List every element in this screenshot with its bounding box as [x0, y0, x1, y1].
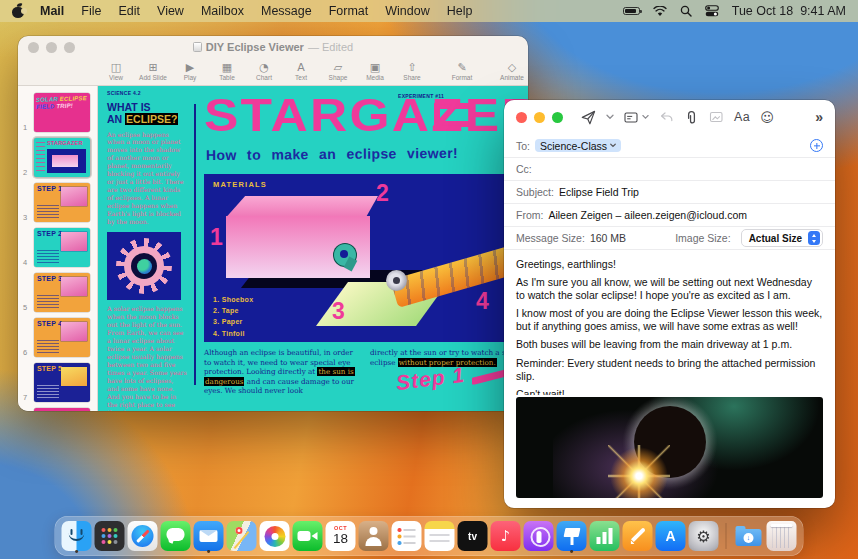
slide-thumbnail-5[interactable]: STEP 3:	[34, 273, 90, 312]
dock-appstore-icon[interactable]: A	[656, 521, 686, 551]
apple-menu-icon[interactable]	[12, 4, 24, 18]
keynote-toolbar-format-button[interactable]: ✎Format	[450, 62, 474, 81]
dock-reminders-item	[392, 518, 422, 554]
minimize-button[interactable]	[534, 112, 545, 123]
dock-appletv-icon[interactable]: tv	[458, 521, 488, 551]
slide-thumbnail-4[interactable]: STEP 2:	[34, 228, 90, 267]
menu-item-edit[interactable]: Edit	[118, 4, 140, 18]
from-field[interactable]: From: Aileen Zeigen – aileen.zeigen@iclo…	[504, 203, 835, 226]
keynote-add-slide-icon: ⊞	[148, 62, 157, 73]
image-size-label: Image Size:	[675, 232, 730, 244]
zoom-button[interactable]	[552, 112, 563, 123]
dock-trash-icon[interactable]	[767, 521, 797, 551]
eclipse-photo-attachment[interactable]	[516, 397, 823, 498]
download-arrow-icon: ↓	[744, 533, 754, 543]
dock-launchpad-icon[interactable]	[95, 521, 125, 551]
dock-settings-icon[interactable]: ⚙	[689, 521, 719, 551]
dock-numbers-icon[interactable]	[590, 521, 620, 551]
menu-bar-clock[interactable]: Tue Oct 18 9:41 AM	[732, 4, 846, 18]
menu-item-mail[interactable]: Mail	[40, 4, 64, 18]
sun-illustration-box	[107, 232, 181, 300]
step-1-annotation: Step 1	[395, 363, 466, 395]
cc-field[interactable]: Cc:	[504, 157, 835, 180]
appstore-glyph: A	[665, 528, 675, 544]
dock-contacts-icon[interactable]	[359, 521, 389, 551]
slide-thumbnail-7[interactable]: STEP 5:	[34, 363, 90, 402]
keynote-toolbar-animate-button[interactable]: ◇Animate	[500, 62, 524, 81]
keynote-toolbar-play-button[interactable]: ▶Play	[178, 62, 202, 81]
dock-downloads-icon[interactable]: ↓	[734, 521, 764, 551]
slide-subtitle: How to make an eclipse viewer!	[206, 145, 458, 163]
spotlight-search-icon[interactable]	[680, 5, 692, 17]
slide-number: 4	[23, 258, 27, 267]
image-size-dropdown[interactable]: Actual Size	[741, 229, 823, 247]
subject-field[interactable]: Subject: Eclipse Field Trip	[504, 180, 835, 203]
keynote-toolbar-shape-button[interactable]: ▱Shape	[326, 62, 350, 81]
slide-thumbnail-8[interactable]: DID YOU KNOW...	[34, 408, 90, 411]
thumb-text-lines	[37, 385, 59, 398]
keynote-toolbar-text-button[interactable]: AText	[289, 62, 313, 81]
slide-thumbnail-6[interactable]: STEP 4:	[34, 318, 90, 357]
thumb-text-lines	[37, 295, 59, 308]
slide-thumbnail-1[interactable]: SOLAR ECLIPSE FIELD TRIP!	[34, 93, 90, 132]
menu-item-help[interactable]: Help	[447, 4, 473, 18]
recipient-token[interactable]: Science-Class	[535, 139, 621, 152]
dock-messages-icon[interactable]	[161, 521, 191, 551]
to-field[interactable]: To: Science-Class	[504, 134, 835, 157]
dock-calendar-item: OCT18	[326, 518, 356, 554]
dock-keynote-icon[interactable]	[557, 521, 587, 551]
attach-button[interactable]	[684, 110, 699, 125]
header-fields-button[interactable]	[624, 111, 649, 124]
send-options-chevron-icon[interactable]	[606, 114, 614, 120]
mail-toolbar-overflow-icon[interactable]: »	[815, 109, 823, 125]
materials-box: MATERIALS 1 2 3 4 1. Shoebox2. Tape3. Pa…	[204, 174, 520, 342]
dock-maps-icon[interactable]	[227, 521, 257, 551]
dock-pages-icon[interactable]	[623, 521, 653, 551]
send-button[interactable]	[581, 110, 596, 125]
emoji-button[interactable]: ☺	[760, 110, 774, 125]
keynote-toolbar-share-button[interactable]: ⇧Share	[400, 62, 424, 81]
keynote-toolbar-chart-button[interactable]: ◔Chart	[252, 62, 276, 81]
keynote-toolbar-add-slide-button[interactable]: ⊞Add Slide	[141, 62, 165, 81]
dock-notes-icon[interactable]	[425, 521, 455, 551]
control-center-icon[interactable]	[705, 5, 719, 17]
close-button[interactable]	[516, 112, 527, 123]
thumbnail-title-text: SOLAR ECLIPSE FIELD TRIP!	[34, 93, 90, 114]
dock-facetime-icon[interactable]	[293, 521, 323, 551]
format-button[interactable]: Aa	[734, 110, 750, 124]
menu-bar-date: Tue Oct 18	[732, 4, 793, 18]
keynote-toolbar-table-button[interactable]: ▦Table	[215, 62, 239, 81]
dock-reminders-icon[interactable]	[392, 521, 422, 551]
menu-item-file[interactable]: File	[81, 4, 101, 18]
keynote-format-icon: ✎	[457, 62, 466, 73]
menu-item-format[interactable]: Format	[329, 4, 369, 18]
dock-photos-icon[interactable]	[260, 521, 290, 551]
dock-music-icon[interactable]: ♪	[491, 521, 521, 551]
token-chevron-icon	[610, 143, 616, 148]
keynote-toolbar-media-button[interactable]: ▣Media	[363, 62, 387, 81]
dock-keynote-item	[557, 518, 587, 554]
running-indicator	[207, 550, 210, 553]
menu-item-message[interactable]: Message	[261, 4, 312, 18]
slide-number: 3	[23, 213, 27, 222]
message-body-editor[interactable]: Greetings, earthlings!As I'm sure you al…	[504, 249, 835, 395]
add-recipient-button[interactable]	[810, 139, 823, 152]
dock-mail-icon[interactable]	[194, 521, 224, 551]
dock-finder-icon[interactable]	[62, 521, 92, 551]
keynote-edited-status: — Edited	[308, 41, 353, 53]
keynote-title-bar[interactable]: DIY Eclipse Viewer — Edited	[18, 36, 528, 58]
slide-thumbnail-3[interactable]: STEP 1:	[34, 183, 90, 222]
menu-item-mailbox[interactable]: Mailbox	[201, 4, 244, 18]
battery-icon[interactable]	[623, 7, 640, 16]
wifi-icon[interactable]	[653, 6, 667, 17]
keynote-toolbar-view-button[interactable]: ◫View	[104, 62, 128, 81]
menu-item-window[interactable]: Window	[385, 4, 429, 18]
slide-thumbnail-2[interactable]: STARGAZER	[34, 138, 90, 177]
dock-podcasts-icon[interactable]	[524, 521, 554, 551]
slide-row-2: 2STARGAZER	[18, 136, 97, 181]
dock-safari-icon[interactable]	[128, 521, 158, 551]
menu-item-view[interactable]: View	[157, 4, 184, 18]
slide-canvas[interactable]: SCIENCE 4.2 EXPERIMENT #11 WHAT IS AN EC…	[98, 86, 528, 411]
materials-list-item: 4. Tinfoil	[213, 328, 253, 339]
dock-calendar-icon[interactable]: OCT18	[326, 521, 356, 551]
